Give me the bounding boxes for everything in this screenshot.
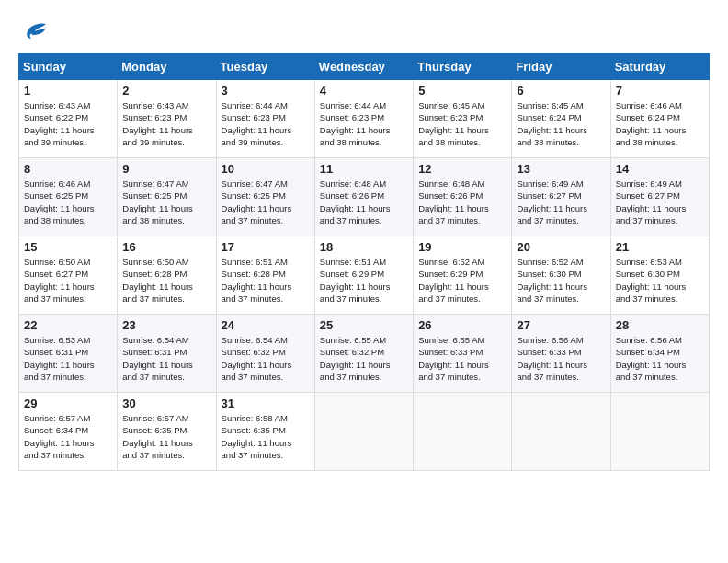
day-info: Sunrise: 6:53 AM Sunset: 6:30 PM Dayligh…	[616, 256, 704, 304]
day-info: Sunrise: 6:47 AM Sunset: 6:25 PM Dayligh…	[122, 178, 210, 226]
calendar-cell: 25Sunrise: 6:55 AM Sunset: 6:32 PM Dayli…	[314, 315, 413, 393]
calendar-cell: 22Sunrise: 6:53 AM Sunset: 6:31 PM Dayli…	[19, 315, 118, 393]
day-number: 12	[418, 162, 506, 176]
day-number: 9	[122, 162, 210, 176]
calendar-cell: 5Sunrise: 6:45 AM Sunset: 6:23 PM Daylig…	[414, 80, 512, 158]
calendar-cell: 21Sunrise: 6:53 AM Sunset: 6:30 PM Dayli…	[610, 236, 709, 315]
calendar-cell: 9Sunrise: 6:47 AM Sunset: 6:25 PM Daylig…	[118, 158, 216, 236]
day-info: Sunrise: 6:45 AM Sunset: 6:24 PM Dayligh…	[517, 99, 605, 148]
weekday-header-thursday: Thursday	[414, 54, 512, 80]
calendar-header: SundayMondayTuesdayWednesdayThursdayFrid…	[19, 54, 710, 80]
calendar-week-1: 1Sunrise: 6:43 AM Sunset: 6:22 PM Daylig…	[19, 80, 710, 158]
logo	[18, 18, 48, 44]
day-info: Sunrise: 6:51 AM Sunset: 6:28 PM Dayligh…	[222, 256, 310, 304]
day-number: 2	[122, 84, 210, 98]
day-info: Sunrise: 6:47 AM Sunset: 6:25 PM Dayligh…	[222, 178, 310, 226]
day-info: Sunrise: 6:43 AM Sunset: 6:23 PM Dayligh…	[122, 99, 210, 148]
day-number: 15	[24, 240, 112, 254]
day-number: 10	[222, 162, 310, 176]
day-number: 6	[517, 84, 605, 98]
calendar-cell: 15Sunrise: 6:50 AM Sunset: 6:27 PM Dayli…	[19, 236, 118, 315]
calendar-cell: 28Sunrise: 6:56 AM Sunset: 6:34 PM Dayli…	[610, 315, 709, 393]
day-number: 11	[320, 162, 408, 176]
day-number: 20	[517, 240, 605, 254]
day-info: Sunrise: 6:51 AM Sunset: 6:29 PM Dayligh…	[320, 256, 408, 304]
calendar-cell	[414, 393, 512, 471]
day-number: 13	[517, 162, 605, 176]
calendar-cell: 23Sunrise: 6:54 AM Sunset: 6:31 PM Dayli…	[118, 315, 216, 393]
calendar-cell: 30Sunrise: 6:57 AM Sunset: 6:35 PM Dayli…	[118, 393, 216, 471]
day-number: 21	[616, 240, 704, 254]
day-number: 28	[616, 318, 704, 332]
day-number: 22	[24, 318, 112, 332]
calendar-week-5: 29Sunrise: 6:57 AM Sunset: 6:34 PM Dayli…	[19, 393, 710, 471]
day-info: Sunrise: 6:54 AM Sunset: 6:32 PM Dayligh…	[222, 334, 310, 383]
calendar-cell: 4Sunrise: 6:44 AM Sunset: 6:23 PM Daylig…	[314, 80, 413, 158]
day-number: 8	[24, 162, 112, 176]
calendar-cell: 20Sunrise: 6:52 AM Sunset: 6:30 PM Dayli…	[512, 236, 610, 315]
calendar-week-4: 22Sunrise: 6:53 AM Sunset: 6:31 PM Dayli…	[19, 315, 710, 393]
day-number: 16	[122, 240, 210, 254]
logo-bird-icon	[20, 18, 48, 44]
calendar-cell: 10Sunrise: 6:47 AM Sunset: 6:25 PM Dayli…	[216, 158, 314, 236]
day-info: Sunrise: 6:46 AM Sunset: 6:24 PM Dayligh…	[616, 99, 704, 148]
weekday-header-sunday: Sunday	[19, 54, 118, 80]
calendar-cell: 6Sunrise: 6:45 AM Sunset: 6:24 PM Daylig…	[512, 80, 610, 158]
day-number: 7	[616, 84, 704, 98]
day-number: 31	[222, 396, 310, 410]
day-number: 27	[517, 318, 605, 332]
day-info: Sunrise: 6:48 AM Sunset: 6:26 PM Dayligh…	[320, 178, 408, 226]
day-info: Sunrise: 6:54 AM Sunset: 6:31 PM Dayligh…	[122, 334, 210, 383]
calendar-cell: 3Sunrise: 6:44 AM Sunset: 6:23 PM Daylig…	[216, 80, 314, 158]
day-info: Sunrise: 6:57 AM Sunset: 6:34 PM Dayligh…	[24, 412, 112, 461]
calendar-week-3: 15Sunrise: 6:50 AM Sunset: 6:27 PM Dayli…	[19, 236, 710, 315]
calendar-cell: 27Sunrise: 6:56 AM Sunset: 6:33 PM Dayli…	[512, 315, 610, 393]
day-info: Sunrise: 6:50 AM Sunset: 6:28 PM Dayligh…	[122, 256, 210, 304]
day-info: Sunrise: 6:43 AM Sunset: 6:22 PM Dayligh…	[24, 99, 112, 148]
day-info: Sunrise: 6:44 AM Sunset: 6:23 PM Dayligh…	[222, 99, 310, 148]
calendar-cell	[512, 393, 610, 471]
day-number: 4	[320, 84, 408, 98]
calendar-cell	[314, 393, 413, 471]
day-info: Sunrise: 6:53 AM Sunset: 6:31 PM Dayligh…	[24, 334, 112, 383]
calendar-cell: 11Sunrise: 6:48 AM Sunset: 6:26 PM Dayli…	[314, 158, 413, 236]
calendar-cell	[610, 393, 709, 471]
day-number: 5	[418, 84, 506, 98]
calendar-cell: 14Sunrise: 6:49 AM Sunset: 6:27 PM Dayli…	[610, 158, 709, 236]
calendar-cell: 17Sunrise: 6:51 AM Sunset: 6:28 PM Dayli…	[216, 236, 314, 315]
day-info: Sunrise: 6:52 AM Sunset: 6:30 PM Dayligh…	[517, 256, 605, 304]
day-info: Sunrise: 6:58 AM Sunset: 6:35 PM Dayligh…	[222, 412, 310, 461]
day-info: Sunrise: 6:55 AM Sunset: 6:33 PM Dayligh…	[418, 334, 506, 383]
day-number: 26	[418, 318, 506, 332]
weekday-header-tuesday: Tuesday	[216, 54, 314, 80]
day-info: Sunrise: 6:52 AM Sunset: 6:29 PM Dayligh…	[418, 256, 506, 304]
day-info: Sunrise: 6:48 AM Sunset: 6:26 PM Dayligh…	[418, 178, 506, 226]
day-number: 19	[418, 240, 506, 254]
day-number: 25	[320, 318, 408, 332]
calendar-cell: 2Sunrise: 6:43 AM Sunset: 6:23 PM Daylig…	[118, 80, 216, 158]
weekday-header-friday: Friday	[512, 54, 610, 80]
day-info: Sunrise: 6:56 AM Sunset: 6:33 PM Dayligh…	[517, 334, 605, 383]
day-number: 1	[24, 84, 112, 98]
calendar-cell: 26Sunrise: 6:55 AM Sunset: 6:33 PM Dayli…	[414, 315, 512, 393]
calendar-cell: 1Sunrise: 6:43 AM Sunset: 6:22 PM Daylig…	[19, 80, 118, 158]
calendar-cell: 29Sunrise: 6:57 AM Sunset: 6:34 PM Dayli…	[19, 393, 118, 471]
calendar-cell: 24Sunrise: 6:54 AM Sunset: 6:32 PM Dayli…	[216, 315, 314, 393]
day-number: 30	[122, 396, 210, 410]
calendar-cell: 8Sunrise: 6:46 AM Sunset: 6:25 PM Daylig…	[19, 158, 118, 236]
calendar-cell: 18Sunrise: 6:51 AM Sunset: 6:29 PM Dayli…	[314, 236, 413, 315]
day-number: 3	[222, 84, 310, 98]
weekday-header-wednesday: Wednesday	[314, 54, 413, 80]
day-info: Sunrise: 6:57 AM Sunset: 6:35 PM Dayligh…	[122, 412, 210, 461]
weekday-header-saturday: Saturday	[610, 54, 709, 80]
calendar-cell: 19Sunrise: 6:52 AM Sunset: 6:29 PM Dayli…	[414, 236, 512, 315]
calendar-cell: 13Sunrise: 6:49 AM Sunset: 6:27 PM Dayli…	[512, 158, 610, 236]
day-number: 29	[24, 396, 112, 410]
day-info: Sunrise: 6:56 AM Sunset: 6:34 PM Dayligh…	[616, 334, 704, 383]
page-header	[18, 18, 710, 44]
day-info: Sunrise: 6:50 AM Sunset: 6:27 PM Dayligh…	[24, 256, 112, 304]
calendar-cell: 31Sunrise: 6:58 AM Sunset: 6:35 PM Dayli…	[216, 393, 314, 471]
weekday-header-monday: Monday	[118, 54, 216, 80]
day-number: 14	[616, 162, 704, 176]
calendar-cell: 16Sunrise: 6:50 AM Sunset: 6:28 PM Dayli…	[118, 236, 216, 315]
